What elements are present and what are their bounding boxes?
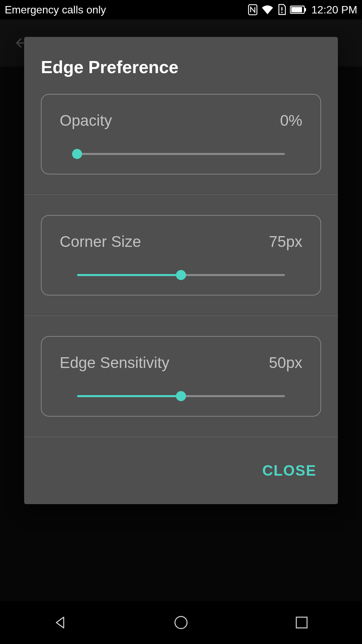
opacity-slider[interactable] — [77, 153, 285, 155]
edge-sensitivity-value: 50px — [269, 354, 302, 372]
nav-home-button[interactable] — [168, 609, 194, 636]
status-icons: 12:20 PM — [248, 4, 357, 16]
setting-edge-sensitivity: Edge Sensitivity 50px — [24, 336, 338, 437]
opacity-slider-thumb[interactable] — [72, 149, 82, 159]
nav-back-button[interactable] — [47, 609, 74, 636]
svg-point-2 — [281, 12, 283, 13]
battery-icon — [290, 5, 307, 14]
nav-recent-button[interactable] — [288, 609, 315, 636]
corner-size-slider[interactable] — [77, 274, 285, 276]
edge-sensitivity-slider[interactable] — [77, 395, 285, 397]
triangle-back-icon — [52, 614, 68, 631]
sim-alert-icon — [277, 4, 287, 16]
wifi-icon — [261, 5, 274, 15]
circle-home-icon — [173, 614, 189, 631]
status-bar: Emergency calls only — [0, 0, 362, 19]
corner-size-value: 75px — [269, 232, 302, 251]
corner-size-slider-thumb[interactable] — [176, 270, 186, 280]
carrier-text: Emergency calls only — [5, 4, 106, 16]
svg-rect-7 — [296, 617, 307, 628]
setting-opacity: Opacity 0% — [24, 94, 338, 195]
dialog-title: Edge Preference — [24, 37, 338, 94]
clock-text: 12:20 PM — [311, 4, 357, 16]
edge-sensitivity-slider-fill — [77, 395, 181, 397]
dialog-footer: CLOSE — [24, 437, 338, 504]
square-recent-icon — [294, 615, 309, 630]
corner-size-slider-fill — [77, 274, 181, 276]
opacity-value: 0% — [280, 111, 302, 129]
edge-sensitivity-slider-thumb[interactable] — [176, 391, 186, 401]
svg-point-6 — [175, 616, 187, 629]
setting-corner-size: Corner Size 75px — [24, 215, 338, 316]
navigation-bar — [0, 601, 362, 644]
nfc-icon — [248, 4, 258, 16]
svg-rect-5 — [291, 7, 302, 12]
corner-size-label: Corner Size — [60, 232, 141, 251]
edge-sensitivity-label: Edge Sensitivity — [60, 354, 169, 372]
opacity-label: Opacity — [60, 111, 112, 129]
svg-rect-4 — [305, 8, 306, 11]
close-button[interactable]: CLOSE — [262, 462, 316, 479]
edge-preference-dialog: Edge Preference Opacity 0% Corner Size 7… — [24, 37, 338, 504]
